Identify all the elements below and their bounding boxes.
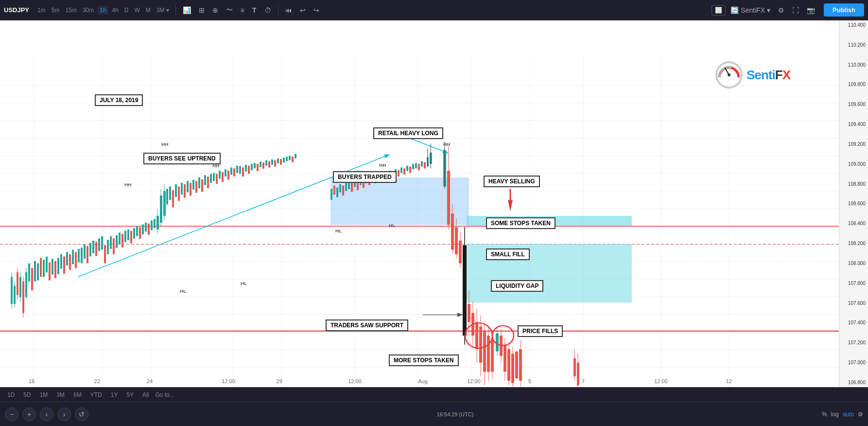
tf-M[interactable]: M: [143, 6, 153, 15]
chart-container[interactable]: 18 22 24 12:00 29 12:00 Aug 12:00 5 7 12…: [0, 20, 839, 387]
strategy-icon[interactable]: ≡: [238, 4, 247, 16]
svg-rect-83: [116, 235, 118, 248]
svg-rect-66: [66, 252, 68, 266]
candlestick-icon[interactable]: 📊: [180, 4, 194, 16]
price-axis: 110.400 110.200 110.000 109.800 109.600 …: [839, 20, 868, 387]
price-106800: 106.800: [840, 380, 867, 385]
svg-rect-133: [254, 163, 256, 168]
svg-rect-59: [46, 256, 48, 272]
tf-1d[interactable]: 1D: [5, 390, 17, 399]
svg-text:12:00: 12:00: [654, 378, 668, 384]
svg-rect-172: [400, 167, 402, 173]
log-scale[interactable]: log: [831, 411, 839, 418]
tf-ytd[interactable]: YTD: [88, 390, 104, 399]
svg-text:5: 5: [528, 378, 531, 384]
tf-5d[interactable]: 5D: [21, 390, 33, 399]
svg-rect-142: [280, 159, 282, 165]
symbol-label: USDJPY: [4, 6, 29, 14]
svg-rect-86: [124, 231, 126, 242]
svg-text:12: 12: [726, 378, 732, 384]
svg-rect-180: [424, 162, 426, 168]
svg-rect-56: [37, 263, 39, 280]
tf-15m[interactable]: 15m: [63, 6, 79, 15]
svg-rect-53: [28, 263, 30, 281]
buyers-trapped-label: BUYERS TRAPPED: [333, 171, 397, 183]
scroll-right-button[interactable]: ›: [57, 408, 71, 421]
tf-1h[interactable]: 1h: [97, 6, 108, 15]
auto-scale[interactable]: auto: [843, 411, 854, 418]
svg-rect-149: [333, 186, 335, 195]
scroll-left-button[interactable]: ‹: [40, 408, 53, 421]
tf-1y[interactable]: 1Y: [108, 390, 121, 399]
sentifx-dropdown[interactable]: 🔄 SentiFX ▾: [728, 4, 773, 16]
svg-rect-121: [219, 171, 221, 179]
date-label: JULY 18, 2019: [95, 94, 143, 106]
svg-rect-69: [75, 252, 77, 268]
price-107800: 107.800: [840, 281, 867, 286]
svg-rect-153: [345, 183, 347, 191]
svg-rect-135: [260, 161, 261, 167]
tf-4h[interactable]: 4h: [109, 6, 121, 15]
heavy-selling-label: HEAVY SELLING: [484, 176, 540, 187]
svg-text:12:00: 12:00: [222, 378, 235, 384]
tf-30m[interactable]: 30m: [80, 6, 96, 15]
undo-icon[interactable]: ↩: [297, 4, 309, 16]
tf-3m-range[interactable]: 3M: [54, 390, 67, 399]
svg-rect-72: [84, 244, 86, 259]
svg-rect-113: [195, 181, 197, 193]
crosshair-icon[interactable]: ⊕: [209, 4, 221, 16]
svg-text:12:00: 12:00: [348, 378, 362, 384]
settings-icon-bottom[interactable]: ⚙: [858, 411, 863, 418]
percent-scale[interactable]: %: [822, 411, 827, 418]
price-107600: 107.600: [840, 301, 867, 306]
svg-rect-93: [145, 223, 147, 232]
alert-icon[interactable]: ⏱: [261, 4, 274, 16]
rewind-icon[interactable]: ⏮: [282, 4, 295, 16]
settings-icon[interactable]: ⚙: [775, 4, 787, 16]
price-110000: 110.000: [840, 62, 867, 68]
svg-rect-88: [130, 231, 132, 244]
zoom-in-button[interactable]: +: [22, 408, 36, 421]
T-icon[interactable]: T: [249, 4, 260, 16]
tf-D[interactable]: D: [122, 6, 131, 15]
svg-rect-144: [286, 157, 288, 161]
svg-rect-130: [245, 165, 247, 172]
tf-6m-range[interactable]: 6M: [71, 390, 84, 399]
svg-text:29: 29: [277, 378, 282, 384]
price-108000: 108.000: [840, 261, 867, 266]
svg-rect-150: [336, 187, 338, 197]
svg-rect-146: [292, 157, 294, 162]
zoom-out-button[interactable]: −: [5, 408, 18, 421]
small-fill-label: SMALL FILL: [486, 248, 530, 260]
tf-1m[interactable]: 1m: [35, 6, 48, 15]
svg-rect-128: [239, 166, 241, 174]
svg-text:7: 7: [582, 378, 585, 384]
svg-rect-94: [148, 224, 150, 235]
fullscreen-button[interactable]: ⬜: [712, 5, 726, 16]
tf-5y[interactable]: 5Y: [124, 390, 136, 399]
redo-icon[interactable]: ↪: [311, 4, 322, 16]
tf-5m[interactable]: 5m: [49, 6, 62, 15]
tf-W[interactable]: W: [132, 6, 142, 15]
price-109000: 109.000: [840, 161, 867, 167]
goto-button[interactable]: Go to...: [155, 391, 174, 398]
svg-rect-221: [515, 352, 518, 379]
indicator-icon[interactable]: 〜: [223, 4, 236, 17]
reset-button[interactable]: ↺: [75, 408, 88, 421]
expand-icon[interactable]: ⛶: [789, 4, 802, 16]
svg-rect-177: [415, 163, 417, 168]
svg-rect-118: [210, 174, 212, 183]
tf-1m-range[interactable]: 1M: [37, 390, 51, 399]
price-109600: 109.600: [840, 102, 867, 107]
svg-rect-131: [248, 166, 250, 174]
camera-icon[interactable]: 📷: [804, 4, 818, 16]
publish-button[interactable]: Publish: [824, 3, 864, 17]
svg-text:Aug: Aug: [418, 378, 428, 384]
price-108200: 108.200: [840, 241, 867, 246]
compare-icon[interactable]: ⊞: [196, 4, 208, 16]
tf-all[interactable]: All: [140, 390, 151, 399]
svg-text:HH: HH: [443, 142, 450, 147]
svg-rect-85: [122, 234, 123, 248]
price-109800: 109.800: [840, 82, 867, 87]
tf-3M[interactable]: 3M ▾: [154, 6, 172, 15]
